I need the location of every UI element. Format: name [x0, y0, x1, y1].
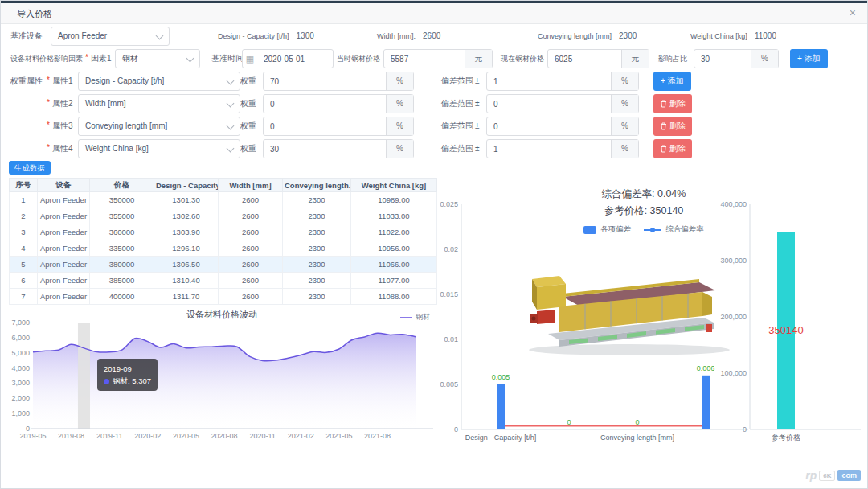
close-icon[interactable]: × — [850, 6, 856, 19]
table-row[interactable]: 2Apron Feeder3550001302.602600230011033.… — [10, 208, 437, 224]
svg-text:0.02: 0.02 — [444, 245, 458, 253]
svg-text:0: 0 — [454, 425, 458, 434]
required-star: * — [47, 76, 50, 84]
weight4-input[interactable] — [264, 140, 386, 158]
table-header-cell[interactable]: Design - Capacity... — [154, 179, 219, 192]
line-chart-svg[interactable]: 7,0006,0005,0004,0003,0002,0001,00002019… — [7, 307, 436, 450]
table-cell: Apron Feeder — [38, 224, 90, 240]
table-header-cell[interactable]: 序号 — [10, 179, 38, 192]
factor-select[interactable]: 钢材 — [115, 49, 200, 68]
base-equipment-select[interactable]: Apron Feeder — [51, 27, 170, 46]
dialog-title: 导入价格 — [17, 8, 52, 20]
deviation2-group: % — [486, 94, 639, 113]
table-cell: 2300 — [283, 208, 351, 224]
svg-text:0: 0 — [743, 425, 747, 434]
table-cell: 2 — [10, 208, 38, 224]
attr1-select[interactable]: Design - Capacity [t/h] — [78, 72, 240, 91]
material-price-chart[interactable]: 设备材料价格波动 钢材 7,0006,0005,0004,0003,0002,0… — [7, 307, 436, 450]
spec-weight: Weight China [kg] 11000 — [690, 27, 776, 46]
table-row[interactable]: 4Apron Feeder3350001296.102600230010956.… — [10, 240, 437, 257]
base-equipment-value: Apron Feeder — [58, 31, 107, 40]
delete-attr-button[interactable]: 删除 — [653, 117, 692, 136]
table-cell: 2600 — [219, 224, 283, 240]
svg-text:2019-11: 2019-11 — [96, 432, 122, 440]
table-cell: Apron Feeder — [38, 289, 90, 305]
table-cell: 2600 — [219, 208, 283, 224]
required-star: * — [47, 98, 50, 107]
table-row[interactable]: 3Apron Feeder3600001303.902600230011022.… — [10, 224, 437, 240]
table-header-cell[interactable]: 价格 — [90, 179, 154, 192]
deviation3-input[interactable] — [487, 117, 611, 135]
calendar-icon: ▦ — [243, 50, 257, 68]
factor-label: 因素1 — [91, 49, 112, 68]
watermark-logo: rp 6K com — [805, 469, 861, 482]
table-cell: 1311.70 — [154, 289, 219, 305]
now-price-input[interactable] — [548, 50, 621, 68]
deviation2-input[interactable] — [487, 95, 611, 113]
required-star: * — [47, 143, 50, 152]
svg-text:5,000: 5,000 — [11, 349, 30, 357]
attr2-select[interactable]: Width [mm] — [78, 94, 240, 113]
table-cell: 360000 — [90, 224, 154, 240]
svg-text:100,000: 100,000 — [720, 369, 747, 377]
chart-legend[interactable]: 钢材 — [400, 312, 430, 323]
table-header-cell[interactable]: Width [mm] — [219, 179, 283, 192]
attr3-select[interactable]: Conveying length [mm] — [78, 117, 240, 136]
svg-text:0.015: 0.015 — [440, 290, 458, 298]
svg-text:0.025: 0.025 — [440, 200, 458, 208]
weight1-group: % — [263, 72, 414, 91]
dialog-titlebar: 导入价格 × — [1, 3, 867, 24]
watermark-text: rp — [805, 469, 817, 482]
table-cell: 2600 — [219, 240, 283, 257]
table-cell: 380000 — [90, 257, 154, 273]
factor-section-label: 设备材料价格影响因素 — [10, 49, 83, 68]
import-price-dialog: 导入价格 × 基准设备 Apron Feeder Design - Capaci… — [0, 0, 868, 489]
table-row[interactable]: 7Apron Feeder4000001311.702600230011088.… — [10, 289, 437, 305]
svg-text:0.005: 0.005 — [492, 373, 510, 381]
base-time-input[interactable] — [257, 50, 333, 68]
svg-text:400,000: 400,000 — [720, 200, 747, 208]
deviation4-input[interactable] — [487, 140, 611, 158]
table-header-cell[interactable]: Conveying length... — [283, 179, 351, 192]
deviation1-input[interactable] — [487, 72, 611, 90]
svg-text:350140: 350140 — [768, 324, 803, 336]
add-factor-button[interactable]: + 添加 — [790, 49, 828, 68]
required-star: * — [47, 121, 50, 129]
base-time-datepicker[interactable]: ▦ — [242, 49, 334, 68]
table-row[interactable]: 5Apron Feeder3800001306.502600230011066.… — [10, 257, 437, 273]
table-cell: Apron Feeder — [38, 257, 90, 273]
now-price-group: 元 — [547, 49, 649, 68]
table-cell: 2300 — [283, 273, 351, 289]
deviation4-group: % — [486, 139, 639, 158]
generate-data-button[interactable]: 生成数据 — [9, 161, 51, 175]
spec-capacity: Design - Capacity [t/h] 1300 — [218, 27, 314, 46]
weight1-input[interactable] — [264, 72, 386, 90]
table-header-cell[interactable]: Weight China [kg] — [351, 179, 437, 192]
svg-text:2019-05: 2019-05 — [19, 432, 46, 440]
svg-text:0.005: 0.005 — [440, 380, 458, 388]
table-cell: 4 — [10, 240, 38, 257]
weight2-input[interactable] — [264, 95, 386, 113]
svg-text:0: 0 — [567, 418, 571, 426]
material-factor-row: 设备材料价格影响因素 * 因素1 钢材 基准时间 ▦ 当时钢材价格 元 现在钢材… — [1, 49, 868, 68]
attr4-select[interactable]: Weight China [kg] — [78, 139, 240, 158]
trash-icon — [660, 145, 667, 153]
required-star: * — [85, 53, 88, 62]
svg-text:Design - Capacity [t/h]: Design - Capacity [t/h] — [465, 434, 537, 442]
table-cell: 1310.40 — [154, 273, 219, 289]
table-cell: 1301.30 — [154, 192, 219, 208]
weight3-input[interactable] — [264, 117, 386, 135]
table-header-cell[interactable]: 设备 — [38, 179, 90, 192]
then-price-input[interactable] — [384, 50, 465, 68]
ratio-group: % — [694, 49, 779, 68]
table-row[interactable]: 6Apron Feeder3850001310.402600230011077.… — [10, 273, 437, 289]
table-cell: 2300 — [283, 289, 351, 305]
delete-attr-button[interactable]: 删除 — [653, 139, 692, 158]
weight-attr-row-1: 权重属性 * 属性1 Design - Capacity [t/h] 权重 % … — [1, 72, 868, 91]
table-row[interactable]: 1Apron Feeder3500001301.302600230010989.… — [10, 192, 437, 208]
add-attr-button[interactable]: + 添加 — [653, 72, 691, 91]
table-cell: 2300 — [283, 257, 351, 273]
delete-attr-button[interactable]: 删除 — [653, 94, 692, 113]
ratio-input[interactable] — [694, 50, 751, 68]
svg-text:300,000: 300,000 — [720, 257, 747, 265]
